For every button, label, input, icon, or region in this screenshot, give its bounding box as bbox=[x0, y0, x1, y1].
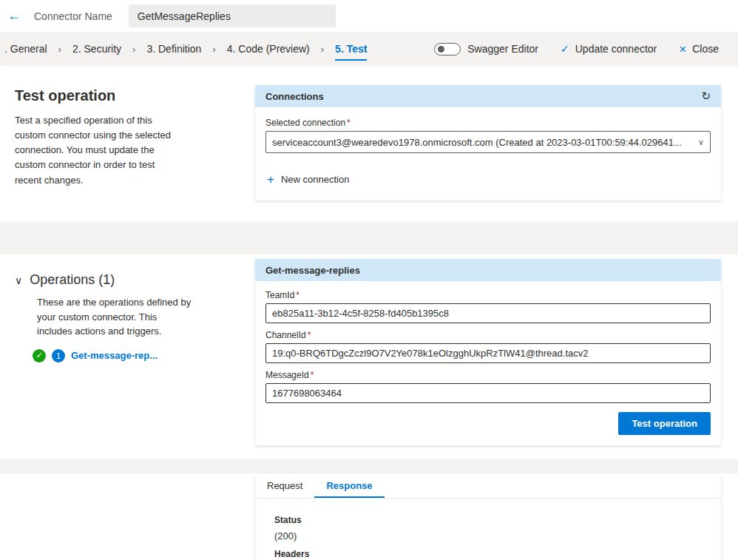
messageid-label-text: MessageId bbox=[265, 370, 309, 380]
swagger-editor-label: Swagger Editor bbox=[467, 43, 538, 55]
connections-card: Connections ↻ Selected connection* servi… bbox=[255, 85, 721, 200]
step-definition[interactable]: 3. Definition bbox=[142, 39, 206, 58]
headers-label: Headers bbox=[274, 549, 702, 559]
connections-card-title: Connections bbox=[265, 91, 324, 102]
step-general[interactable]: . General bbox=[0, 39, 52, 58]
channelid-field: ChannelId* bbox=[265, 330, 711, 363]
teamid-input[interactable] bbox=[265, 303, 711, 323]
messageid-field: MessageId* bbox=[265, 370, 711, 403]
page-title: Test operation bbox=[15, 87, 237, 104]
operation-card: Get-message-replies TeamId* ChannelId* M… bbox=[255, 259, 721, 445]
test-operation-intro: Test operation Test a specified operatio… bbox=[0, 65, 255, 222]
result-section: Request Response Status (200) Headers bbox=[0, 473, 738, 560]
operation-button-row: Test operation bbox=[265, 412, 711, 435]
result-body: Status (200) Headers bbox=[255, 499, 721, 560]
step-separator-icon: › bbox=[58, 44, 61, 55]
step-code-preview[interactable]: 4. Code (Preview) bbox=[223, 39, 314, 58]
success-check-icon: ✓ bbox=[33, 349, 46, 362]
teamid-label: TeamId* bbox=[265, 290, 711, 300]
operations-section: ∨ Operations (1) These are the operation… bbox=[0, 254, 738, 459]
new-connection-label: New connection bbox=[281, 174, 350, 185]
wizard-nav-bar: . General › 2. Security › 3. Definition … bbox=[0, 33, 738, 65]
step-separator-icon: › bbox=[212, 44, 215, 55]
connections-card-body: Selected connection* serviceaccount3@wea… bbox=[255, 107, 721, 200]
operations-description: These are the operations defined by your… bbox=[37, 295, 194, 339]
connector-name-label: Connector Name bbox=[34, 10, 112, 22]
back-icon[interactable]: ← bbox=[0, 8, 34, 24]
teamid-field: TeamId* bbox=[265, 290, 711, 323]
channelid-label-text: ChannelId bbox=[265, 330, 306, 340]
selected-connection-value: serviceaccount3@wearedevo1978.onmicrosof… bbox=[272, 137, 682, 148]
operation-link[interactable]: Get-message-rep... bbox=[71, 350, 158, 361]
operation-card-header: Get-message-replies bbox=[255, 259, 721, 281]
selected-connection-dropdown[interactable]: serviceaccount3@wearedevo1978.onmicrosof… bbox=[265, 131, 711, 153]
status-value: (200) bbox=[274, 530, 702, 542]
teamid-label-text: TeamId bbox=[265, 290, 294, 300]
operation-card-title: Get-message-replies bbox=[265, 265, 360, 276]
top-bar: ← Connector Name bbox=[0, 0, 738, 33]
checkmark-icon: ✓ bbox=[561, 43, 569, 55]
section-gap bbox=[0, 222, 738, 254]
operation-card-body: TeamId* ChannelId* MessageId* Test opera… bbox=[255, 281, 721, 445]
new-connection-button[interactable]: + New connection bbox=[267, 173, 349, 186]
wizard-steps: . General › 2. Security › 3. Definition … bbox=[0, 39, 371, 58]
status-label: Status bbox=[274, 515, 702, 525]
result-tabs: Request Response bbox=[255, 473, 721, 499]
swagger-editor-toggle[interactable]: Swagger Editor bbox=[434, 43, 538, 55]
result-card: Request Response Status (200) Headers bbox=[255, 473, 721, 560]
operations-intro: ∨ Operations (1) These are the operation… bbox=[0, 254, 255, 459]
messageid-input[interactable] bbox=[265, 383, 711, 403]
toggle-track[interactable] bbox=[434, 43, 461, 55]
required-mark: * bbox=[347, 118, 351, 128]
channelid-label: ChannelId* bbox=[265, 330, 711, 340]
update-connector-button[interactable]: ✓ Update connector bbox=[561, 43, 657, 55]
required-mark: * bbox=[296, 290, 299, 300]
operations-title-row: ∨ Operations (1) bbox=[15, 272, 237, 288]
nav-actions: Swagger Editor ✓ Update connector × Clos… bbox=[434, 43, 738, 55]
test-operation-description: Test a specified operation of this custo… bbox=[15, 113, 176, 188]
refresh-icon[interactable]: ↻ bbox=[701, 90, 711, 103]
step-security[interactable]: 2. Security bbox=[68, 39, 126, 58]
connections-card-header: Connections ↻ bbox=[255, 85, 721, 107]
messageid-label: MessageId* bbox=[265, 370, 711, 380]
tab-response[interactable]: Response bbox=[314, 473, 384, 498]
close-label: Close bbox=[692, 43, 719, 55]
update-connector-label: Update connector bbox=[575, 43, 657, 55]
channelid-input[interactable] bbox=[265, 343, 711, 363]
toggle-knob bbox=[438, 46, 444, 53]
operation-number-badge: 1 bbox=[52, 349, 65, 362]
test-operation-button[interactable]: Test operation bbox=[618, 412, 711, 435]
step-separator-icon: › bbox=[132, 44, 135, 55]
connector-name-input[interactable] bbox=[129, 4, 336, 27]
plus-icon: + bbox=[267, 173, 274, 186]
result-left-spacer bbox=[0, 473, 255, 560]
test-operation-section: Test operation Test a specified operatio… bbox=[0, 65, 738, 222]
chevron-down-icon: ∨ bbox=[698, 138, 704, 147]
step-separator-icon: › bbox=[321, 44, 324, 55]
selected-connection-label: Selected connection* bbox=[265, 118, 711, 128]
section-gap bbox=[0, 459, 738, 473]
operation-list-item[interactable]: ✓ 1 Get-message-rep... bbox=[33, 349, 237, 362]
close-button[interactable]: × Close bbox=[679, 43, 719, 55]
required-mark: * bbox=[308, 330, 311, 340]
selected-connection-label-text: Selected connection bbox=[265, 118, 345, 128]
close-icon: × bbox=[679, 43, 686, 55]
step-test[interactable]: 5. Test bbox=[331, 39, 371, 58]
operations-title: Operations (1) bbox=[30, 272, 115, 288]
selected-connection-field: Selected connection* serviceaccount3@wea… bbox=[265, 118, 711, 153]
chevron-down-icon[interactable]: ∨ bbox=[15, 274, 22, 286]
required-mark: * bbox=[311, 370, 314, 380]
tab-request[interactable]: Request bbox=[255, 473, 314, 498]
